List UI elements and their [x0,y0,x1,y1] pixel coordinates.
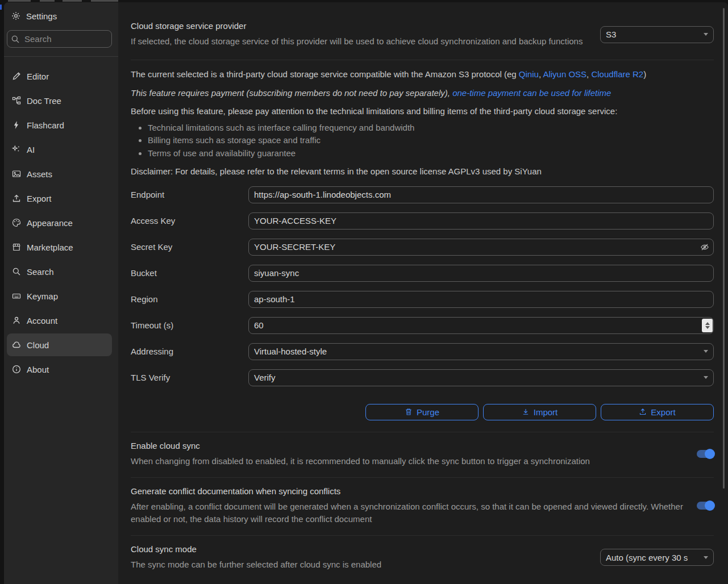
trash-icon [405,408,413,416]
settings-header: Settings [4,7,118,24]
provider-title: Cloud storage service provider [131,21,591,31]
sync-mode-select[interactable]: Auto (sync every 30 s [600,549,714,566]
upload-icon [12,194,21,203]
payment-note-text: This feature requires payment (subscribi… [131,88,452,98]
sidebar-item-keymap[interactable]: Keymap [7,285,112,307]
endpoint-input[interactable] [248,186,714,203]
sync-mode-title: Cloud sync mode [131,544,591,554]
timeout-input[interactable] [248,317,714,334]
background-clipped-text [40,0,55,2]
section-conflict-doc: Generate conflict documentation when syn… [131,478,714,536]
form-row-bucket: Bucket [131,265,714,282]
conflict-doc-toggle[interactable] [697,502,714,510]
addressing-label: Addressing [131,347,248,356]
sidebar-item-doc-tree[interactable]: Doc Tree [7,89,112,112]
bullet-item: Technical limitations such as interface … [148,122,714,135]
sidebar-item-flashcard[interactable]: Flashcard [7,114,112,136]
sidebar-item-label: Marketplace [27,243,73,252]
gear-icon [11,11,20,20]
intro-text: The current selected is a third-party cl… [131,69,519,79]
conflict-doc-title: Generate conflict documentation when syn… [131,486,683,496]
keyboard-icon [12,291,21,301]
one-time-payment-link[interactable]: one-time payment can be used for lifetim… [452,88,611,98]
aliyun-oss-link[interactable]: Aliyun OSS [543,69,586,79]
sidebar-item-search[interactable]: Search [7,260,112,283]
section-cloud-sync-mode: Cloud sync mode The sync mode can be fur… [131,536,714,581]
export-button[interactable]: Export [601,404,714,420]
purge-button[interactable]: Purge [365,404,479,420]
cloudflare-r2-link[interactable]: Cloudflare R2 [591,69,643,79]
sidebar-item-cloud[interactable]: Cloud [7,333,112,356]
form-row-access-key: Access Key [131,212,714,230]
secret-key-input[interactable] [248,239,714,256]
background-accent-sliver [0,5,2,10]
sidebar-item-label: Export [27,194,51,203]
bucket-input[interactable] [248,265,714,282]
background-clipped-text [91,0,118,2]
addressing-select-value: Virtual-hosted-style [254,347,700,356]
form-row-timeout: Timeout (s) [131,317,714,334]
bullet-item: Terms of use and availability guarantee [148,147,714,160]
sidebar-item-ai[interactable]: AI [7,138,112,161]
settings-search-box[interactable]: Search [7,30,112,48]
disclaimer-paragraph: Disclaimer: For details, please refer to… [131,165,714,178]
attention-paragraph: Before using this feature, please pay at… [131,105,714,118]
settings-content-panel: Cloud storage service provider If select… [118,2,728,584]
sidebar-item-label: Assets [27,169,52,179]
pencil-icon [12,72,21,81]
vertical-scrollbar[interactable] [723,8,725,489]
search-placeholder: Search [24,34,52,44]
region-label: Region [131,294,248,304]
sidebar-item-label: AI [27,145,35,155]
section-provider: Cloud storage service provider If select… [131,2,714,60]
enable-sync-toggle[interactable] [697,450,714,458]
export-button-label: Export [651,407,675,417]
number-spinner[interactable] [702,319,713,332]
endpoint-label: Endpoint [131,190,248,199]
sidebar-nav: Editor Doc Tree Flashcard [4,57,118,381]
palette-icon [12,218,21,227]
sidebar-item-label: Search [27,267,54,277]
section-enable-cloud-sync: Enable cloud sync When changing from dis… [131,432,714,478]
person-icon [12,316,21,325]
import-button[interactable]: Import [483,404,596,420]
settings-title: Settings [26,11,57,21]
provider-description: If selected, the cloud storage service o… [131,35,591,48]
sidebar-item-marketplace[interactable]: Marketplace [7,236,112,258]
form-row-addressing: Addressing Virtual-hosted-style [131,343,714,360]
tls-verify-select[interactable]: Verify [248,369,714,386]
chevron-down-icon [704,556,708,559]
sync-mode-description: The sync mode can be further selected af… [131,558,591,571]
region-input[interactable] [248,291,714,308]
addressing-select[interactable]: Virtual-hosted-style [248,343,714,360]
sidebar-item-export[interactable]: Export [7,187,112,210]
sparkles-icon [12,145,21,154]
sync-mode-select-value: Auto (sync every 30 s [606,553,700,562]
eye-off-icon[interactable] [700,243,709,252]
spinner-down-icon [705,326,710,329]
tls-verify-select-value: Verify [254,373,700,382]
bullet-item: Billing items such as storage space and … [148,134,714,147]
qiniu-link[interactable]: Qiniu [519,69,539,79]
chevron-down-icon [704,350,708,353]
access-key-label: Access Key [131,216,248,226]
info-icon [12,365,21,374]
sidebar-item-editor[interactable]: Editor [7,65,112,87]
cloud-icon [12,340,21,349]
chevron-down-icon [704,376,708,379]
sidebar-item-account[interactable]: Account [7,309,112,332]
sidebar-item-about[interactable]: About [7,358,112,381]
s3-intro-paragraph: The current selected is a third-party cl… [131,68,714,81]
sidebar-item-label: About [27,365,49,374]
provider-select[interactable]: S3 [600,26,714,43]
sidebar-item-appearance[interactable]: Appearance [7,211,112,234]
download-icon [522,408,530,416]
sidebar-item-assets[interactable]: Assets [7,162,112,185]
background-clipped-text [8,0,31,2]
access-key-input[interactable] [248,212,714,230]
secret-key-label: Secret Key [131,242,248,252]
background-clipped-text [63,0,82,2]
toggle-knob [705,500,715,511]
search-icon [11,35,20,44]
form-row-region: Region [131,291,714,308]
